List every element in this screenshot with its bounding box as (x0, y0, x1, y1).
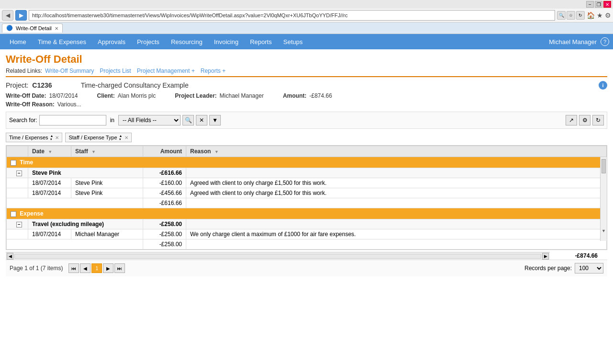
related-link-project-management[interactable]: Project Management + (137, 68, 195, 74)
records-per-page: Records per page: 100 (524, 263, 603, 273)
rpp-select[interactable]: 100 (575, 263, 603, 273)
address-bar[interactable]: http://localhost/timemasterweb30/timemas… (29, 10, 555, 21)
col-reason[interactable]: Reason ▼ (186, 146, 607, 157)
scrollbar-thumb (602, 159, 606, 173)
last-page-btn[interactable]: ⏭ (114, 263, 125, 273)
bookmark-icon[interactable]: ☆ (567, 11, 575, 20)
star-nav-icon[interactable]: ★ (597, 11, 603, 19)
subgroup-stevepink-header: − Steve Pink -£616.66 (7, 168, 607, 178)
writeoff-reason-label: Write-Off Reason: (6, 101, 55, 108)
search-address-icon[interactable]: 🔍 (557, 11, 566, 20)
back-button[interactable]: ◀ (2, 10, 13, 21)
nav-time-expenses[interactable]: Time & Expenses (32, 35, 92, 48)
settings-button[interactable]: ⚙ (579, 115, 590, 125)
nav-resourcing[interactable]: Resourcing (165, 35, 208, 48)
related-links: Related Links: Write-Off Summary Project… (6, 68, 607, 77)
client-value: Alan Morris plc (118, 92, 156, 99)
next-page-btn[interactable]: ▶ (103, 263, 114, 273)
table-row: 18/07/2014 Steve Pink -£160.00 Agreed wi… (7, 178, 607, 188)
nav-setups[interactable]: Setups (277, 35, 308, 48)
filter-tag-time-expenses-label: Time / Expenses (9, 135, 48, 140)
search-input[interactable] (39, 115, 106, 125)
subgroup-expand-travel[interactable]: − (7, 219, 28, 229)
search-bar: Search for: in -- All Fields -- 🔍 ✕ ▼ ↗ … (6, 112, 607, 129)
nav-home[interactable]: Home (4, 35, 32, 48)
group-expense-header: − Expense (7, 208, 607, 219)
restore-button[interactable]: ❐ (595, 1, 602, 8)
tab-favicon: 🔵 (6, 25, 13, 32)
collapse-travel-btn[interactable]: − (16, 222, 22, 228)
project-leader-label: Project Leader: (175, 92, 216, 99)
home-nav-icon[interactable]: 🏠 (587, 11, 595, 19)
sort-icons-time-expenses: ▲▾ (50, 134, 54, 141)
settings-nav-icon[interactable]: ⚙ (605, 11, 611, 19)
writeoff-date-value: 18/07/2014 (49, 92, 78, 99)
row1-amount: -£160.00 (143, 178, 186, 188)
search-clear-button[interactable]: ✕ (196, 115, 207, 125)
close-button[interactable]: ✕ (603, 1, 611, 8)
related-link-projects-list[interactable]: Projects List (100, 68, 131, 74)
scroll-down-btn[interactable]: ▼ (601, 228, 607, 233)
page-info: Page 1 of 1 (7 items) (10, 265, 63, 272)
collapse-stevepink-btn[interactable]: − (16, 171, 22, 176)
search-filter-button[interactable]: ▼ (209, 115, 221, 125)
related-link-writeoff-summary[interactable]: Write-Off Summary (45, 68, 94, 74)
nav-approvals[interactable]: Approvals (92, 35, 131, 48)
staff-filter-icon[interactable]: ▼ (91, 149, 96, 154)
tab-close-button[interactable]: ✕ (55, 26, 58, 31)
subgroup-travel-name: Travel (excluding mileage) (28, 219, 143, 229)
row3-expand (7, 229, 28, 239)
hscroll-right-btn[interactable]: ▶ (542, 253, 549, 260)
refresh-icon[interactable]: ↻ (576, 11, 585, 20)
project-leader-value: Michael Manager (220, 92, 264, 99)
filter-tag-time-expenses[interactable]: Time / Expenses ▲▾ ✕ (6, 133, 62, 142)
current-page-btn[interactable]: 1 (91, 263, 102, 273)
reason-filter-icon[interactable]: ▼ (215, 149, 219, 154)
help-button[interactable]: ? (601, 37, 609, 46)
row1-reason: Agreed with client to only charge £1,500… (186, 178, 607, 188)
browser-nav-icons: 🏠 ★ ⚙ (587, 11, 611, 19)
search-submit-button[interactable]: 🔍 (182, 115, 194, 125)
filter-tag-time-expenses-remove[interactable]: ✕ (55, 135, 59, 140)
col-staff[interactable]: Staff ▼ (71, 146, 143, 157)
active-tab[interactable]: 🔵 Write-Off Detail ✕ (2, 23, 63, 33)
filter-tag-staff-expense-type[interactable]: Staff / Expense Type ▲▾ ✕ (65, 133, 131, 142)
vertical-scrollbar[interactable]: ▼ (600, 157, 607, 241)
collapse-time-btn[interactable]: − (11, 160, 16, 166)
details-row-2: Write-Off Reason: Various... (6, 101, 607, 108)
hscroll-left-btn[interactable]: ◀ (7, 253, 13, 260)
collapse-expense-btn[interactable]: − (11, 211, 16, 217)
travel-subtotal-row: -£258.00 (7, 239, 607, 250)
subgroup-expand-stevepink[interactable]: − (7, 168, 28, 178)
amount-value: -£874.66 (309, 92, 332, 99)
col-date[interactable]: Date ▼ (28, 146, 71, 157)
row2-reason: Agreed with client to only charge £1,500… (186, 188, 607, 198)
group-filters: Time / Expenses ▲▾ ✕ Staff / Expense Typ… (6, 133, 607, 142)
search-field-select[interactable]: -- All Fields -- (118, 115, 181, 125)
export-button[interactable]: ↗ (566, 115, 577, 125)
date-filter-icon[interactable]: ▼ (48, 149, 52, 154)
writeoff-reason-item: Write-Off Reason: Various... (6, 101, 81, 108)
refresh-button[interactable]: ↻ (592, 115, 604, 125)
browser-toolbar: ◀ ▶ http://localhost/timemasterweb30/tim… (0, 9, 613, 23)
subgroup-travel-header: − Travel (excluding mileage) -£258.00 (7, 219, 607, 229)
row1-staff: Steve Pink (71, 178, 143, 188)
nav-projects[interactable]: Projects (131, 35, 165, 48)
filter-tag-staff-remove[interactable]: ✕ (125, 135, 128, 140)
info-icon[interactable]: i (599, 81, 607, 90)
col-expand (7, 146, 28, 157)
nav-reports[interactable]: Reports (244, 35, 278, 48)
forward-button[interactable]: ▶ (15, 10, 27, 21)
hscroll-track (14, 254, 541, 259)
project-label: Project: (6, 81, 28, 89)
horizontal-scrollbar[interactable]: ◀ ▶ (6, 252, 550, 260)
subtotal-label (7, 198, 143, 208)
minimize-button[interactable]: − (586, 1, 594, 8)
subtotal-empty (186, 198, 607, 208)
related-link-reports[interactable]: Reports + (201, 68, 226, 74)
first-page-btn[interactable]: ⏮ (68, 263, 79, 273)
nav-invoicing[interactable]: Invoicing (208, 35, 244, 48)
prev-page-btn[interactable]: ◀ (80, 263, 91, 273)
browser-chrome: − ❐ ✕ ◀ ▶ http://localhost/timemasterweb… (0, 0, 613, 34)
project-leader-item: Project Leader: Michael Manager (175, 92, 263, 99)
